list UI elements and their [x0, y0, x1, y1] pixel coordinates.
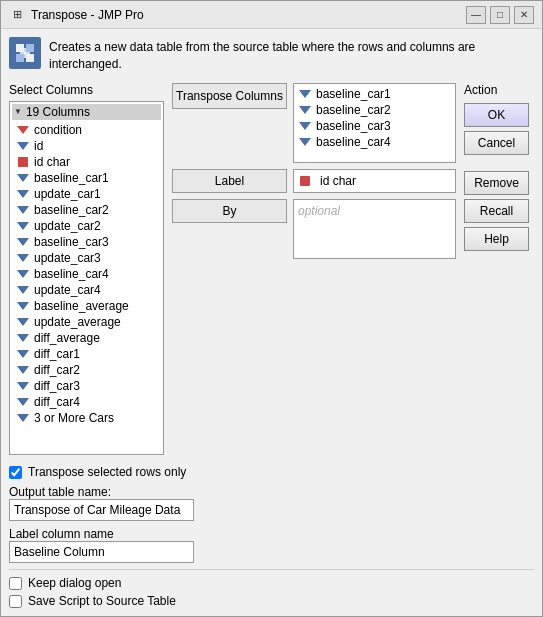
list-item[interactable]: id — [12, 138, 161, 154]
triangle-blue-icon — [16, 364, 30, 376]
by-field[interactable]: optional — [293, 199, 456, 259]
label-column-label: Label column name — [9, 527, 534, 541]
svg-rect-0 — [16, 44, 24, 52]
actions-panel: Action OK Cancel Remove Recall Help — [464, 83, 534, 455]
minimize-button[interactable]: — — [466, 6, 486, 24]
triangle-blue-icon — [16, 204, 30, 216]
list-item[interactable]: update_average — [12, 314, 161, 330]
list-item: baseline_car1 — [296, 86, 453, 102]
window-controls: — □ ✕ — [466, 6, 534, 24]
optional-placeholder: optional — [298, 204, 340, 218]
triangle-blue-icon — [298, 88, 312, 100]
list-item: baseline_car4 — [296, 134, 453, 150]
list-item[interactable]: diff_average — [12, 330, 161, 346]
close-button[interactable]: ✕ — [514, 6, 534, 24]
triangle-blue-icon — [16, 348, 30, 360]
triangle-blue-icon — [16, 140, 30, 152]
list-item[interactable]: id char — [12, 154, 161, 170]
recall-button[interactable]: Recall — [464, 199, 529, 223]
list-item[interactable]: baseline_car2 — [12, 202, 161, 218]
list-item: baseline_car3 — [296, 118, 453, 134]
triangle-blue-icon — [16, 188, 30, 200]
triangle-blue-icon — [16, 332, 30, 344]
output-table-label: Output table name: — [9, 485, 534, 499]
column-list[interactable]: ▼ 19 Columns condition id id char — [9, 101, 164, 455]
triangle-blue-icon — [298, 136, 312, 148]
chevron-down-icon: ▼ — [14, 107, 22, 116]
list-item[interactable]: diff_car2 — [12, 362, 161, 378]
transpose-selected-row: Transpose selected rows only — [9, 465, 534, 479]
list-item[interactable]: update_car1 — [12, 186, 161, 202]
output-table-group: Output table name: — [9, 483, 534, 521]
red-box-icon — [298, 175, 312, 187]
by-button[interactable]: By — [172, 199, 287, 223]
app-icon: ⊞ — [9, 7, 25, 23]
triangle-blue-icon — [16, 268, 30, 280]
triangle-blue-icon — [16, 380, 30, 392]
list-item[interactable]: update_car4 — [12, 282, 161, 298]
transpose-columns-list[interactable]: baseline_car1 baseline_car2 baseline_car… — [293, 83, 456, 163]
list-item[interactable]: condition — [12, 122, 161, 138]
list-item[interactable]: baseline_car4 — [12, 266, 161, 282]
transpose-selected-checkbox[interactable] — [9, 466, 22, 479]
triangle-blue-icon — [16, 316, 30, 328]
output-table-input[interactable] — [9, 499, 194, 521]
list-item[interactable]: diff_car1 — [12, 346, 161, 362]
transpose-columns-button[interactable]: Transpose Columns — [172, 83, 287, 109]
transpose-columns-row: Transpose Columns baseline_car1 baseline… — [172, 83, 456, 163]
list-item[interactable]: update_car2 — [12, 218, 161, 234]
by-row: By optional — [172, 199, 456, 259]
remove-button[interactable]: Remove — [464, 171, 529, 195]
app-logo — [9, 37, 41, 69]
cancel-button[interactable]: Cancel — [464, 131, 529, 155]
roles-panel: Transpose Columns baseline_car1 baseline… — [172, 83, 456, 455]
save-script-checkbox[interactable] — [9, 595, 22, 608]
label-button[interactable]: Label — [172, 169, 287, 193]
list-item[interactable]: baseline_average — [12, 298, 161, 314]
ok-button[interactable]: OK — [464, 103, 529, 127]
action-title: Action — [464, 83, 534, 97]
triangle-blue-icon — [16, 172, 30, 184]
triangle-blue-icon — [16, 396, 30, 408]
svg-rect-2 — [16, 54, 24, 62]
title-bar: ⊞ Transpose - JMP Pro — □ ✕ — [1, 1, 542, 29]
description-text: Creates a new data table from the source… — [49, 37, 534, 77]
keep-dialog-label: Keep dialog open — [28, 576, 121, 590]
svg-rect-3 — [26, 54, 34, 62]
list-item: baseline_car2 — [296, 102, 453, 118]
select-columns-panel: Select Columns ▼ 19 Columns condition id — [9, 83, 164, 455]
columns-header[interactable]: ▼ 19 Columns — [12, 104, 161, 120]
select-columns-title: Select Columns — [9, 83, 164, 97]
description-area: Creates a new data table from the source… — [9, 37, 534, 77]
list-item[interactable]: baseline_car1 — [12, 170, 161, 186]
transpose-selected-label: Transpose selected rows only — [28, 465, 186, 479]
list-item[interactable]: diff_car3 — [12, 378, 161, 394]
triangle-blue-icon — [16, 412, 30, 424]
keep-dialog-checkbox[interactable] — [9, 577, 22, 590]
column-count: 19 Columns — [26, 105, 90, 119]
list-item[interactable]: baseline_car3 — [12, 234, 161, 250]
bottom-area: Transpose selected rows only Output tabl… — [9, 461, 534, 608]
triangle-blue-icon — [16, 252, 30, 264]
label-column-group: Label column name — [9, 525, 534, 563]
triangle-blue-icon — [298, 120, 312, 132]
maximize-button[interactable]: □ — [490, 6, 510, 24]
divider — [9, 569, 534, 570]
save-script-row: Save Script to Source Table — [9, 594, 534, 608]
triangle-blue-icon — [16, 236, 30, 248]
triangle-blue-icon — [16, 284, 30, 296]
list-item[interactable]: update_car3 — [12, 250, 161, 266]
window-title: Transpose - JMP Pro — [31, 8, 466, 22]
label-field[interactable]: id char — [293, 169, 456, 193]
label-column-input[interactable] — [9, 541, 194, 563]
list-item[interactable]: 3 or More Cars — [12, 410, 161, 426]
main-columns: Select Columns ▼ 19 Columns condition id — [9, 83, 534, 455]
list-item[interactable]: diff_car4 — [12, 394, 161, 410]
logo-icon — [14, 42, 36, 64]
help-button[interactable]: Help — [464, 227, 529, 251]
label-value: id char — [320, 174, 356, 188]
triangle-red-icon — [16, 124, 30, 136]
red-box-icon — [16, 156, 30, 168]
keep-dialog-row: Keep dialog open — [9, 576, 534, 590]
dialog-content: Creates a new data table from the source… — [1, 29, 542, 616]
